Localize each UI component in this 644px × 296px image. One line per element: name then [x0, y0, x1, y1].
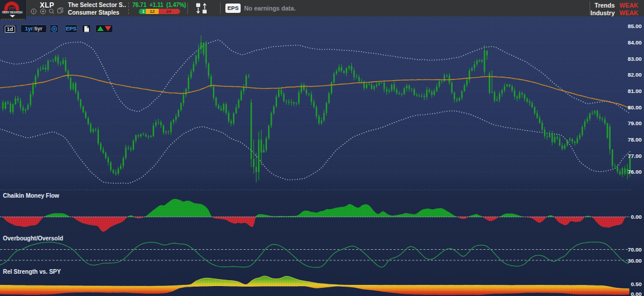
svg-text:84.00: 84.00	[628, 39, 642, 46]
svg-text:76.00: 76.00	[628, 168, 642, 175]
svg-text:1: 1	[142, 9, 145, 13]
svg-text:Overbought/Oversold: Overbought/Oversold	[3, 235, 63, 242]
svg-text:24: 24	[166, 9, 172, 14]
svg-text:30.00: 30.00	[628, 257, 642, 264]
svg-text:VERY BEARISH: VERY BEARISH	[2, 11, 23, 14]
svg-text:77.00: 77.00	[628, 153, 642, 159]
svg-text:79.00: 79.00	[628, 120, 642, 126]
svg-text:81.00: 81.00	[628, 88, 642, 94]
svg-text:80.00: 80.00	[628, 104, 642, 111]
svg-text:82.00: 82.00	[628, 71, 642, 78]
svg-text:0.00: 0.00	[631, 214, 642, 220]
svg-text:Rel Strength vs. SPY: Rel Strength vs. SPY	[3, 269, 61, 275]
svg-text:0.00: 0.00	[631, 291, 642, 296]
svg-text:0.50: 0.50	[631, 281, 642, 287]
svg-text:ETF: ETF	[9, 6, 15, 10]
svg-text:78.00: 78.00	[628, 136, 642, 143]
svg-text:Chaikin Money Flow: Chaikin Money Flow	[3, 192, 59, 199]
svg-text:85.00: 85.00	[628, 23, 642, 29]
svg-text:12: 12	[150, 9, 155, 14]
svg-text:70.00: 70.00	[628, 246, 642, 253]
svg-text:83.00: 83.00	[628, 56, 642, 62]
